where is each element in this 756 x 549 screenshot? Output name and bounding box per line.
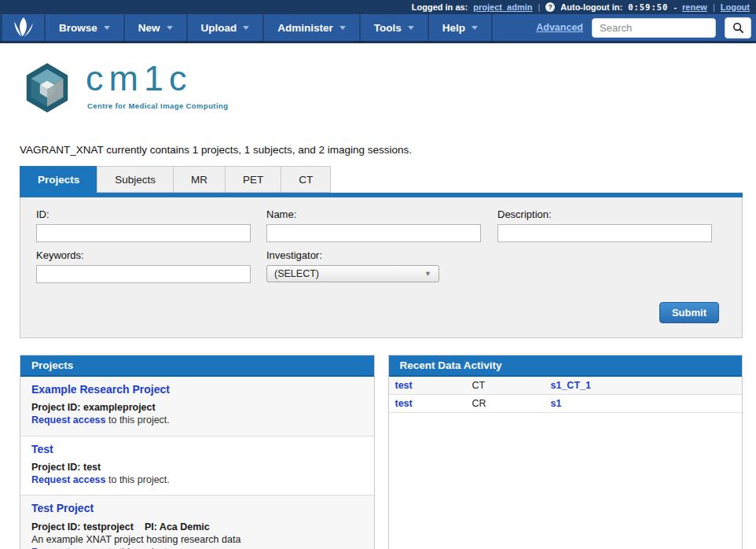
request-access-line: Request access to this project.: [31, 414, 363, 426]
nav-upload-label: Upload: [201, 22, 237, 34]
tab-mr[interactable]: MR: [173, 166, 226, 193]
topbar: Logged in as: project_admin | ? Auto-log…: [0, 0, 756, 14]
name-label: Name:: [266, 208, 497, 220]
autologout-label: Auto-logout in:: [560, 2, 622, 12]
recent-activity-panel: Recent Data Activity test CT s1_CT_1 tes…: [388, 355, 743, 549]
topbar-separator: |: [538, 2, 540, 12]
project-id-text: Project ID: exampleproject: [31, 402, 156, 413]
xnat-home-button[interactable]: [0, 14, 46, 41]
investigator-selected-value: (SELECT): [274, 268, 319, 279]
search-icon: [732, 22, 744, 34]
keywords-field-group: Keywords:: [36, 249, 266, 283]
request-access-link[interactable]: Request access: [31, 415, 106, 426]
cmic-logo: cm1c Centre for Medical Image Computing: [22, 61, 743, 123]
logged-in-label: Logged in as:: [412, 2, 468, 12]
project-id-text: Project ID: testproject: [31, 521, 134, 532]
project-link[interactable]: Test: [31, 442, 53, 456]
name-field-group: Name:: [266, 208, 497, 242]
project-link[interactable]: Test Project: [31, 501, 94, 515]
navbar: Browse New Upload Administer Tools Help …: [0, 14, 756, 43]
activity-modality: CT: [472, 380, 551, 391]
investigator-select[interactable]: (SELECT) ▼: [266, 265, 439, 282]
cmic-logo-text: cm1c Centre for Medical Image Computing: [86, 61, 228, 110]
nav-tools[interactable]: Tools: [361, 14, 429, 41]
topbar-dash: -: [673, 2, 677, 12]
nav-browse[interactable]: Browse: [46, 14, 125, 41]
activity-row: test CR s1: [389, 395, 743, 413]
nav-new-label: New: [138, 22, 160, 34]
description-label: Description:: [497, 208, 726, 220]
cmic-hexagon-icon: [22, 61, 72, 117]
project-id-line: Project ID: testprojectPI: Aca Demic: [31, 521, 363, 533]
activity-project-link[interactable]: test: [395, 398, 472, 409]
chevron-down-icon: [243, 26, 249, 30]
submit-row: Submit: [36, 302, 726, 323]
xnat-logo-icon: [12, 17, 35, 39]
description-input[interactable]: [497, 224, 712, 242]
logout-link[interactable]: Logout: [721, 2, 750, 12]
nav-tools-label: Tools: [374, 22, 402, 34]
cmic-title: cm1c: [86, 61, 228, 97]
recent-activity-header: Recent Data Activity: [389, 356, 743, 377]
username-link[interactable]: project_admin: [473, 2, 532, 12]
cmic-subtitle: Centre for Medical Image Computing: [87, 101, 228, 110]
project-id-text: Project ID: test: [31, 462, 101, 473]
chevron-down-icon: [408, 26, 414, 30]
activity-modality: CR: [472, 398, 551, 409]
id-label: ID:: [36, 208, 266, 220]
project-search-form: ID: Name: Description: Keywords:: [20, 197, 743, 338]
nav-administer-label: Administer: [277, 22, 333, 34]
project-pi-text: PI: Aca Demic: [145, 521, 210, 532]
project-id-line: Project ID: test: [31, 461, 363, 473]
nav-browse-label: Browse: [59, 22, 97, 34]
request-access-suffix: to this project.: [106, 415, 170, 426]
tab-subjects[interactable]: Subjects: [97, 166, 174, 193]
help-icon[interactable]: ?: [545, 2, 555, 12]
nav-administer[interactable]: Administer: [264, 14, 361, 41]
keywords-label: Keywords:: [36, 249, 266, 261]
chevron-down-icon: [104, 26, 110, 30]
activity-session-link[interactable]: s1_CT_1: [551, 380, 736, 391]
project-list-item: Example Research Project Project ID: exa…: [20, 377, 374, 437]
projects-panel-header: Projects: [20, 356, 374, 377]
project-description: An example XNAT project hosting research…: [31, 533, 363, 546]
site-summary: VAGRANT_XNAT currently contains 1 projec…: [20, 144, 743, 156]
investigator-label: Investigator:: [266, 249, 497, 261]
request-access-link[interactable]: Request access: [31, 474, 106, 485]
renew-link[interactable]: renew: [682, 2, 707, 12]
keywords-input[interactable]: [36, 265, 251, 283]
tab-ct[interactable]: CT: [281, 166, 331, 193]
activity-session-link[interactable]: s1: [551, 398, 736, 409]
request-access-line: Request access to this project.: [31, 473, 363, 486]
tab-projects[interactable]: Projects: [20, 166, 97, 193]
project-link[interactable]: Example Research Project: [31, 382, 170, 396]
search-input[interactable]: [592, 18, 716, 38]
autologout-timer: 0:59:50: [628, 2, 668, 12]
projects-panel: Projects Example Research Project Projec…: [20, 355, 375, 549]
data-type-tabs: Projects Subjects MR PET CT: [20, 166, 743, 193]
id-input[interactable]: [36, 224, 251, 242]
project-id-line: Project ID: exampleproject: [31, 401, 363, 414]
nav-upload[interactable]: Upload: [188, 14, 265, 41]
activity-row: test CT s1_CT_1: [389, 377, 743, 395]
page: Logged in as: project_admin | ? Auto-log…: [0, 0, 756, 549]
advanced-search-link[interactable]: Advanced: [536, 22, 583, 33]
description-field-group: Description:: [497, 208, 726, 242]
search-button[interactable]: [725, 17, 751, 39]
activity-project-link[interactable]: test: [395, 380, 472, 391]
topbar-separator: |: [713, 2, 715, 12]
name-input[interactable]: [266, 224, 481, 242]
project-list-item: Test Project ID: test Request access to …: [20, 437, 374, 496]
chevron-down-icon: [472, 26, 478, 30]
submit-button[interactable]: Submit: [659, 302, 719, 323]
tab-pet[interactable]: PET: [225, 166, 281, 193]
panels-row: Projects Example Research Project Projec…: [20, 355, 743, 549]
chevron-down-icon: [167, 26, 173, 30]
request-access-line: Request access to this project.: [31, 546, 363, 549]
nav-help[interactable]: Help: [429, 14, 493, 41]
chevron-down-icon: [339, 26, 346, 30]
request-access-suffix: to this project.: [106, 474, 170, 485]
investigator-field-group: Investigator: (SELECT) ▼: [266, 249, 497, 283]
navbar-search-area: Advanced: [536, 14, 756, 41]
nav-new[interactable]: New: [125, 14, 188, 41]
